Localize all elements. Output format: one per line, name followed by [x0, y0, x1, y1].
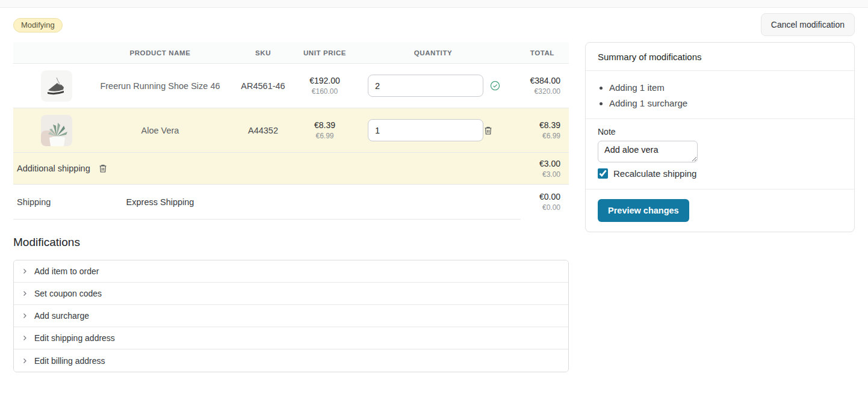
preview-changes-button[interactable]: Preview changes [598, 199, 689, 222]
modifications-title: Modifications [13, 236, 569, 249]
unit-price-original: €160.00 [290, 87, 359, 96]
toolbar: Modifying Cancel modification [13, 8, 855, 42]
unit-price: €192.00 [290, 76, 359, 85]
chevron-right-icon [21, 312, 28, 319]
status-badge: Modifying [13, 18, 63, 32]
table-row: Aloe Vera A44352 €8.39 €6.99 [13, 108, 569, 153]
shipping-method: Express Shipping [84, 197, 236, 207]
product-name: Freerun Running Shoe Size 46 [84, 81, 236, 91]
accordion-item-label: Edit billing address [34, 356, 105, 366]
summary-item: Adding 1 item [609, 82, 842, 93]
trash-icon [483, 126, 493, 135]
chevron-right-icon [21, 268, 28, 275]
total-cell: €8.39 €6.99 [507, 120, 569, 140]
shipping-row: Shipping Express Shipping €0.00 €0.00 [13, 185, 569, 219]
shipping-total-original: €0.00 [507, 203, 560, 212]
running-shoe-image [41, 70, 72, 102]
quantity-input[interactable] [368, 119, 483, 141]
header-total: TOTAL [507, 49, 569, 57]
unit-price-cell: €192.00 €160.00 [290, 76, 359, 96]
recalculate-shipping-label[interactable]: Recalculate shipping [613, 168, 696, 179]
accordion-item-label: Set coupon codes [34, 289, 102, 298]
top-divider-bar [0, 0, 868, 8]
modifications-accordion: Add item to order Set coupon codes Add s… [13, 260, 569, 372]
chevron-right-icon [21, 357, 28, 364]
accordion-item-edit-shipping-address[interactable]: Edit shipping address [14, 327, 568, 349]
table-bottom-divider [13, 219, 521, 220]
summary-panel: Summary of modifications Adding 1 item A… [585, 42, 855, 232]
recalculate-shipping-checkbox[interactable] [598, 168, 608, 179]
header-unit-price: UNIT PRICE [290, 49, 359, 57]
accordion-item-add-surcharge[interactable]: Add surcharge [14, 305, 568, 327]
total-cell: €3.00 €3.00 [507, 159, 569, 179]
summary-item: Adding 1 surcharge [609, 98, 842, 108]
accordion-item-edit-billing-address[interactable]: Edit billing address [14, 349, 568, 372]
header-quantity: QUANTITY [359, 49, 507, 57]
total-cell: €0.00 €0.00 [507, 192, 569, 212]
quantity-input[interactable] [368, 75, 483, 97]
note-label: Note [598, 127, 842, 137]
chevron-right-icon [21, 290, 28, 297]
summary-list: Adding 1 item Adding 1 surcharge [598, 82, 842, 108]
surcharge-total: €3.00 [507, 159, 560, 168]
surcharge-row: Additional shipping €3.00 €3.00 [13, 153, 569, 185]
table-row: Freerun Running Shoe Size 46 AR4561-46 €… [13, 64, 569, 108]
accordion-item-label: Add surcharge [34, 311, 89, 321]
check-circle-icon [490, 81, 500, 91]
aloe-vera-image [41, 115, 72, 146]
unit-price: €8.39 [290, 120, 359, 130]
header-sku: SKU [236, 49, 290, 57]
unit-price-cell: €8.39 €6.99 [290, 120, 359, 140]
unit-price-original: €6.99 [290, 132, 359, 140]
total-price: €8.39 [507, 120, 560, 130]
header-product-name: PRODUCT NAME [84, 49, 236, 57]
total-price: €384.00 [507, 76, 560, 85]
surcharge-total-original: €3.00 [507, 170, 560, 179]
total-price-original: €320.00 [507, 87, 560, 96]
shipping-total: €0.00 [507, 192, 560, 201]
product-name: Aloe Vera [84, 126, 236, 135]
product-image-cell [13, 70, 84, 102]
product-image-cell [13, 115, 84, 146]
product-sku: AR4561-46 [236, 81, 290, 91]
accordion-item-add-item[interactable]: Add item to order [14, 260, 568, 283]
remove-surcharge-button[interactable] [98, 164, 108, 173]
remove-item-button[interactable] [483, 126, 493, 135]
note-textarea[interactable]: Add aloe vera [598, 141, 698, 162]
accordion-item-label: Add item to order [34, 266, 99, 276]
table-header-row: PRODUCT NAME SKU UNIT PRICE QUANTITY TOT… [13, 42, 569, 64]
accordion-item-coupon-codes[interactable]: Set coupon codes [14, 283, 568, 305]
surcharge-label: Additional shipping [17, 164, 90, 173]
order-items-table: PRODUCT NAME SKU UNIT PRICE QUANTITY TOT… [13, 42, 569, 220]
cancel-modification-button[interactable]: Cancel modification [761, 13, 855, 36]
trash-icon [98, 164, 108, 173]
chevron-right-icon [21, 334, 28, 342]
total-cell: €384.00 €320.00 [507, 76, 569, 96]
accordion-item-label: Edit shipping address [34, 333, 115, 343]
total-price-original: €6.99 [507, 132, 560, 140]
summary-title: Summary of modifications [586, 43, 854, 71]
product-sku: A44352 [236, 126, 290, 135]
shipping-label: Shipping [13, 197, 84, 207]
